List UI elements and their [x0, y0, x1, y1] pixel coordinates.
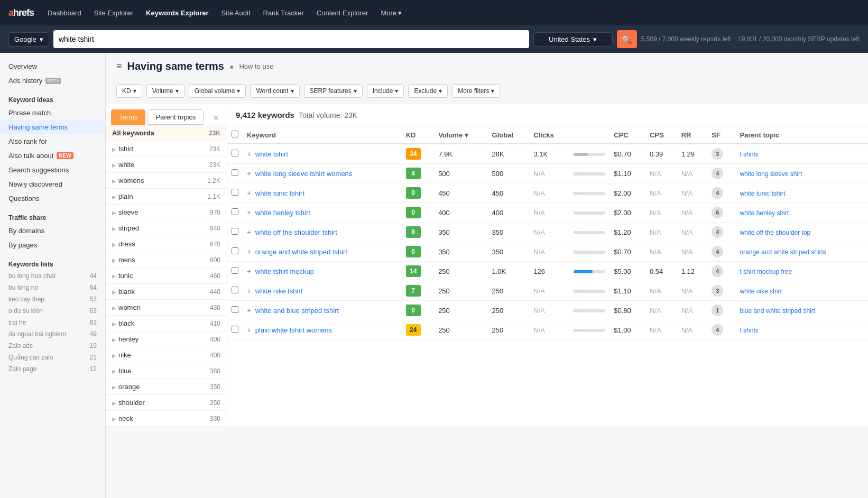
sidebar-item-also-talk-about[interactable]: Also talk about NEW [0, 149, 105, 163]
sidebar-kw-list-item[interactable]: o du su kien63 [0, 305, 105, 317]
add-keyword-button[interactable]: + [247, 326, 251, 334]
keyword-link[interactable]: white nike tshirt [255, 287, 303, 295]
add-keyword-button[interactable]: + [247, 287, 251, 295]
list-item[interactable]: ▶striped840 [106, 220, 227, 236]
sidebar-kw-list-item[interactable]: bu long no64 [0, 282, 105, 293]
add-keyword-button[interactable]: + [247, 169, 251, 178]
add-keyword-button[interactable]: + [247, 150, 251, 158]
keyword-link[interactable]: plain white tshirt womens [255, 326, 332, 334]
sidebar-item-ads-history[interactable]: Ads history BETA [0, 73, 105, 88]
sidebar-item-questions[interactable]: Questions [0, 191, 105, 206]
parent-topic-link[interactable]: t shirt mockup free [740, 268, 792, 275]
parent-topic-link[interactable]: white long sleeve shirt [740, 170, 802, 178]
sidebar-kw-list-item[interactable]: Zalo ads19 [0, 340, 105, 352]
term-all-keywords[interactable]: All keywords 23K [106, 125, 227, 141]
add-keyword-button[interactable]: + [247, 267, 251, 275]
list-item[interactable]: ▶blue380 [106, 363, 227, 379]
sidebar-item-overview[interactable]: Overview [0, 59, 105, 73]
parent-topic-link[interactable]: t shirts [740, 327, 758, 334]
nav-content-explorer[interactable]: Content Explorer [311, 6, 374, 20]
tab-terms[interactable]: Terms [111, 109, 145, 125]
list-item[interactable]: ▶blank440 [106, 284, 227, 300]
keyword-link[interactable]: white tshirt [255, 150, 288, 158]
nav-site-explorer[interactable]: Site Explorer [89, 6, 138, 20]
row-checkbox[interactable] [232, 326, 238, 333]
filter-more[interactable]: More filters ▾ [452, 84, 500, 98]
keyword-link[interactable]: white long sleeve tshirt womens [255, 170, 353, 178]
add-keyword-button[interactable]: + [247, 208, 251, 217]
search-input[interactable] [59, 35, 524, 43]
sidebar-item-phrase-match[interactable]: Phrase match [0, 106, 105, 120]
row-checkbox[interactable] [232, 306, 238, 313]
row-checkbox[interactable] [232, 189, 238, 196]
keyword-link[interactable]: white tshirt mockup [255, 268, 314, 275]
sidebar-kw-list-item[interactable]: keo cay thep53 [0, 293, 105, 305]
filter-kd[interactable]: KD ▾ [116, 84, 142, 98]
list-item[interactable]: ▶womens1.2K [106, 173, 227, 189]
parent-topic-link[interactable]: white off the shoulder top [740, 229, 810, 236]
nav-site-audit[interactable]: Site Audit [216, 6, 256, 20]
filter-volume[interactable]: Volume ▾ [146, 84, 184, 98]
list-item[interactable]: ▶white23K [106, 157, 227, 173]
row-checkbox[interactable] [232, 267, 238, 274]
list-item[interactable]: ▶tshirt23K [106, 141, 227, 157]
row-checkbox[interactable] [232, 150, 238, 156]
row-checkbox[interactable] [232, 247, 238, 254]
hamburger-icon[interactable]: ≡ [116, 61, 122, 72]
list-item[interactable]: ▶tunic460 [106, 268, 227, 284]
add-keyword-button[interactable]: + [247, 306, 251, 315]
sidebar-item-having-same-terms[interactable]: Having same terms [0, 120, 105, 134]
how-to-use-link[interactable]: How to use [239, 62, 273, 70]
list-item[interactable]: ▶shoulder350 [106, 395, 227, 411]
list-item[interactable]: ▶nike400 [106, 347, 227, 363]
nav-dashboard[interactable]: Dashboard [42, 6, 87, 20]
list-item[interactable]: ▶neck330 [106, 411, 227, 427]
list-item[interactable]: ▶sleeve970 [106, 205, 227, 220]
parent-topic-link[interactable]: white nike shirt [740, 288, 781, 295]
filter-word-count[interactable]: Word count ▾ [250, 84, 299, 98]
filter-serp-features[interactable]: SERP features ▾ [304, 84, 363, 98]
parent-topic-link[interactable]: white tunic tshirt [740, 190, 785, 197]
sidebar-kw-list-item[interactable]: trai he63 [0, 317, 105, 328]
list-item[interactable]: ▶women430 [106, 300, 227, 316]
list-item[interactable]: ▶dress670 [106, 236, 227, 252]
list-item[interactable]: ▶orange350 [106, 379, 227, 395]
nav-keywords-explorer[interactable]: Keywords Explorer [141, 6, 214, 20]
add-keyword-button[interactable]: + [247, 247, 251, 256]
sidebar-item-by-domains[interactable]: By domains [0, 224, 105, 238]
keyword-link[interactable]: white tunic tshirt [255, 189, 304, 197]
header-volume[interactable]: Volume ▾ [434, 126, 487, 144]
add-keyword-button[interactable]: + [247, 228, 251, 236]
row-checkbox[interactable] [232, 169, 238, 176]
list-item[interactable]: ▶henley400 [106, 331, 227, 347]
select-all-checkbox[interactable] [232, 131, 238, 137]
row-checkbox[interactable] [232, 287, 238, 293]
sidebar-kw-list-item[interactable]: da ngoai trai nghiem49 [0, 328, 105, 340]
country-select[interactable]: United States ▾ [533, 32, 613, 47]
tab-parent-topics[interactable]: Parent topics [147, 109, 204, 125]
row-checkbox[interactable] [232, 228, 238, 235]
parent-topic-link[interactable]: orange and white striped shirts [740, 248, 826, 256]
collapse-button[interactable]: « [210, 112, 221, 123]
filter-exclude[interactable]: Exclude ▾ [408, 84, 448, 98]
keyword-link[interactable]: white off the shoulder tshirt [255, 228, 337, 236]
row-checkbox[interactable] [232, 208, 238, 215]
nav-more[interactable]: More ▾ [375, 6, 407, 20]
list-item[interactable]: ▶mens600 [106, 252, 227, 268]
engine-select[interactable]: Google ▾ [8, 32, 49, 47]
filter-include[interactable]: Include ▾ [367, 84, 404, 98]
filter-global-volume[interactable]: Global volume ▾ [189, 84, 246, 98]
list-item[interactable]: ▶plain1.1K [106, 189, 227, 205]
sidebar-kw-list-item[interactable]: Quảng cáo zalo21 [0, 352, 105, 363]
sidebar-item-newly-discovered[interactable]: Newly discovered [0, 177, 105, 191]
nav-rank-tracker[interactable]: Rank Tracker [258, 6, 309, 20]
sidebar-kw-list-item[interactable]: Zalo page12 [0, 363, 105, 375]
list-item[interactable]: ▶black410 [106, 316, 227, 331]
search-button[interactable]: 🔍 [617, 30, 637, 48]
keyword-link[interactable]: white and blue striped tshirt [255, 307, 339, 315]
parent-topic-link[interactable]: t shirts [740, 151, 758, 158]
sidebar-kw-list-item[interactable]: bu long hoa chat44 [0, 270, 105, 282]
parent-topic-link[interactable]: white henley shirt [740, 209, 789, 217]
sidebar-item-also-rank-for[interactable]: Also rank for [0, 134, 105, 149]
add-keyword-button[interactable]: + [247, 189, 251, 197]
